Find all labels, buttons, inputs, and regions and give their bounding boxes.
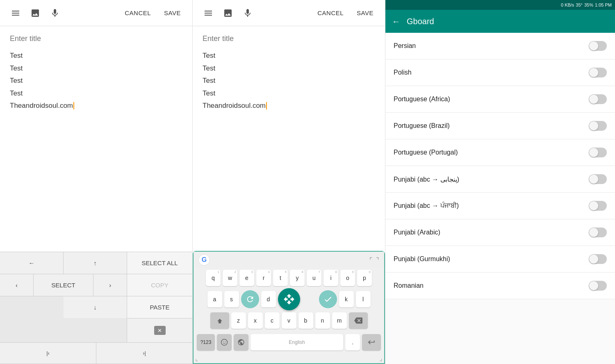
list-icon-button[interactable] <box>7 4 25 22</box>
image-icon-button[interactable] <box>26 4 44 22</box>
key-backspace[interactable] <box>349 312 368 329</box>
svg-point-1 <box>223 341 224 342</box>
key-w[interactable]: 2w <box>223 270 237 286</box>
key-k[interactable]: k <box>339 291 354 307</box>
key-p[interactable]: 0p <box>357 270 372 286</box>
middle-cancel-button[interactable]: CANCEL <box>312 6 348 20</box>
language-name: Punjabi (Arabic) <box>394 229 440 236</box>
middle-save-button[interactable]: SAVE <box>352 6 378 20</box>
middle-last-line: Theandroidsoul.com <box>203 102 267 109</box>
language-toggle[interactable] <box>589 41 607 51</box>
key-emoji[interactable] <box>217 334 232 350</box>
key-globe[interactable] <box>234 334 248 350</box>
down-arrow-button[interactable]: ↓ <box>64 296 127 318</box>
key-v[interactable]: v <box>282 312 296 329</box>
paste-button[interactable]: PASTE <box>127 296 192 318</box>
keyboard-row-asdf: a s d k l <box>197 288 381 310</box>
status-battery: 35% <box>584 2 593 7</box>
language-toggle[interactable] <box>589 281 607 291</box>
key-y[interactable]: 6y <box>290 270 305 286</box>
google-g-logo: G <box>198 254 210 266</box>
left-title-input[interactable] <box>10 34 182 43</box>
refresh-cursor-button[interactable] <box>241 290 259 308</box>
key-i[interactable]: 8i <box>323 270 338 286</box>
language-toggle[interactable] <box>589 201 607 211</box>
status-temp: 35° <box>576 2 583 7</box>
select-button[interactable]: SELECT <box>34 274 94 296</box>
key-z[interactable]: z <box>231 312 246 329</box>
language-toggle[interactable] <box>589 228 607 237</box>
language-item: Punjabi (Gurmukhi) <box>385 246 615 273</box>
svg-point-2 <box>225 341 226 342</box>
key-d[interactable]: d <box>261 291 276 307</box>
key-u[interactable]: 7u <box>307 270 321 286</box>
language-name: Romanian <box>394 282 424 289</box>
key-s[interactable]: s <box>224 291 239 307</box>
key-a[interactable]: a <box>207 291 222 307</box>
middle-content-text[interactable]: TestTestTestTestTheandroidsoul.com <box>203 50 375 112</box>
key-b[interactable]: b <box>298 312 313 329</box>
status-bar: 0 KB/s 35° 35% 1:05 PM <box>385 0 615 10</box>
left-content-text[interactable]: TestTestTestTestTheandroidsoul.com <box>10 50 182 112</box>
key-shift[interactable] <box>210 312 229 329</box>
key-l[interactable]: l <box>356 291 371 307</box>
keyboard-overlay: G ⌜ ⌝ 1q 2w 3e 4r 5t 6y 7u 8i 9o 0p <box>193 251 385 364</box>
copy-button[interactable]: COPY <box>127 274 192 296</box>
delete-button[interactable]: ✕ <box>127 318 192 342</box>
key-m[interactable]: m <box>332 312 347 329</box>
left-toolbar: CANCEL SAVE <box>0 0 192 26</box>
key-c[interactable]: c <box>265 312 280 329</box>
language-name: Punjabi (Gurmukhi) <box>394 255 450 263</box>
key-x[interactable]: x <box>248 312 263 329</box>
keyboard-bottom-corners: ⌞⌟ <box>194 354 384 363</box>
left-action-column: SELECT ALL COPY PASTE ✕ <box>127 252 192 342</box>
language-toggle[interactable] <box>589 148 607 157</box>
language-item: Romanian <box>385 273 615 299</box>
key-enter[interactable] <box>362 334 381 350</box>
language-toggle[interactable] <box>589 174 607 184</box>
middle-image-icon-button[interactable] <box>219 4 237 22</box>
key-o[interactable]: 9o <box>340 270 355 286</box>
center-move-button[interactable] <box>278 288 300 310</box>
svg-point-0 <box>221 339 228 346</box>
gboard-back-button[interactable]: ← <box>392 17 400 26</box>
key-space[interactable]: English <box>251 334 343 350</box>
left-panel: CANCEL SAVE TestTestTestTestTheandroidso… <box>0 0 193 364</box>
key-period[interactable]: . <box>345 334 360 350</box>
left-cancel-button[interactable]: CANCEL <box>120 6 156 20</box>
left-last-line: Theandroidsoul.com <box>10 102 74 109</box>
language-item: Punjabi (abc → ਪੰਜਾਬੀ) <box>385 193 615 219</box>
last-pos-button[interactable]: ›| <box>96 343 192 364</box>
left-arrow-button[interactable]: ← <box>0 252 64 274</box>
middle-mic-icon-button[interactable] <box>239 4 257 22</box>
keyboard-corner-tr: ⌝ <box>376 256 379 264</box>
next-button[interactable]: › <box>93 274 127 296</box>
language-item: Portuguese (Brazil) <box>385 113 615 139</box>
middle-title-input[interactable] <box>203 34 375 43</box>
language-toggle[interactable] <box>589 94 607 104</box>
key-t[interactable]: 5t <box>273 270 288 286</box>
language-name: Portuguese (Portugal) <box>394 149 458 156</box>
keyboard-bottom-row: ?123 English . <box>194 332 384 354</box>
mic-icon-button[interactable] <box>46 4 64 22</box>
language-item: Punjabi (Arabic) <box>385 219 615 246</box>
language-toggle[interactable] <box>589 121 607 131</box>
status-time: 1:05 PM <box>595 2 612 7</box>
up-arrow-button[interactable]: ↑ <box>64 252 127 274</box>
key-n[interactable]: n <box>315 312 330 329</box>
first-pos-button[interactable]: |‹ <box>0 343 96 364</box>
prev-button[interactable]: ‹ <box>0 274 34 296</box>
middle-toolbar-icons <box>199 4 257 22</box>
language-toggle[interactable] <box>589 68 607 77</box>
key-r[interactable]: 4r <box>256 270 271 286</box>
select-all-button[interactable]: SELECT ALL <box>127 252 192 274</box>
key-num[interactable]: ?123 <box>197 334 215 350</box>
keyboard-rows: 1q 2w 3e 4r 5t 6y 7u 8i 9o 0p a s d <box>194 268 384 332</box>
key-e[interactable]: 3e <box>239 270 254 286</box>
left-save-button[interactable]: SAVE <box>159 6 186 20</box>
language-item: Polish <box>385 59 615 86</box>
check-button[interactable] <box>319 290 337 308</box>
language-toggle[interactable] <box>589 254 607 264</box>
middle-list-icon-button[interactable] <box>199 4 217 22</box>
key-q[interactable]: 1q <box>206 270 221 286</box>
